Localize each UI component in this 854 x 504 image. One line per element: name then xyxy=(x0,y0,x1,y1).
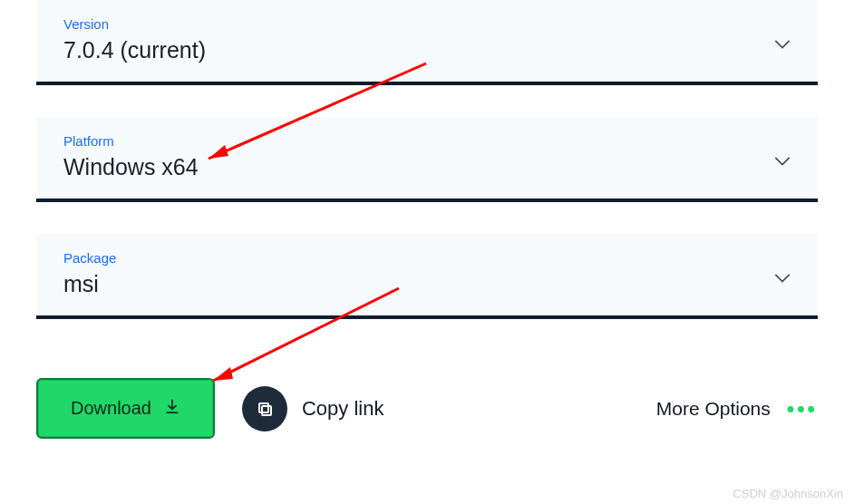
version-label: Version xyxy=(63,16,206,32)
watermark: CSDN @JohnsonXin xyxy=(733,487,843,500)
version-content: Version 7.0.4 (current) xyxy=(63,16,206,63)
svg-rect-3 xyxy=(262,406,271,415)
download-button[interactable]: Download xyxy=(36,378,215,439)
package-content: Package msi xyxy=(63,250,116,297)
platform-label: Platform xyxy=(63,133,199,149)
version-dropdown[interactable]: Version 7.0.4 (current) xyxy=(36,0,818,85)
chevron-down-icon xyxy=(774,154,791,170)
download-label: Download xyxy=(71,398,151,419)
actions-row: Download Copy link More Options ••• xyxy=(36,378,818,439)
platform-dropdown[interactable]: Platform Windows x64 xyxy=(36,117,818,202)
more-options-button[interactable]: More Options ••• xyxy=(656,398,818,420)
version-value: 7.0.4 (current) xyxy=(63,37,206,63)
more-options-label: More Options xyxy=(656,398,771,420)
svg-rect-2 xyxy=(259,403,268,412)
copy-link-label: Copy link xyxy=(302,397,383,421)
chevron-down-icon xyxy=(774,271,791,287)
package-label: Package xyxy=(63,250,116,266)
copy-link-button[interactable]: Copy link xyxy=(242,386,383,431)
chevron-down-icon xyxy=(774,37,791,53)
platform-value: Windows x64 xyxy=(63,154,199,180)
download-icon xyxy=(164,398,180,419)
platform-content: Platform Windows x64 xyxy=(63,133,199,180)
package-dropdown[interactable]: Package msi xyxy=(36,234,818,319)
ellipsis-icon: ••• xyxy=(787,398,818,420)
copy-icon xyxy=(242,386,287,431)
package-value: msi xyxy=(63,271,116,297)
